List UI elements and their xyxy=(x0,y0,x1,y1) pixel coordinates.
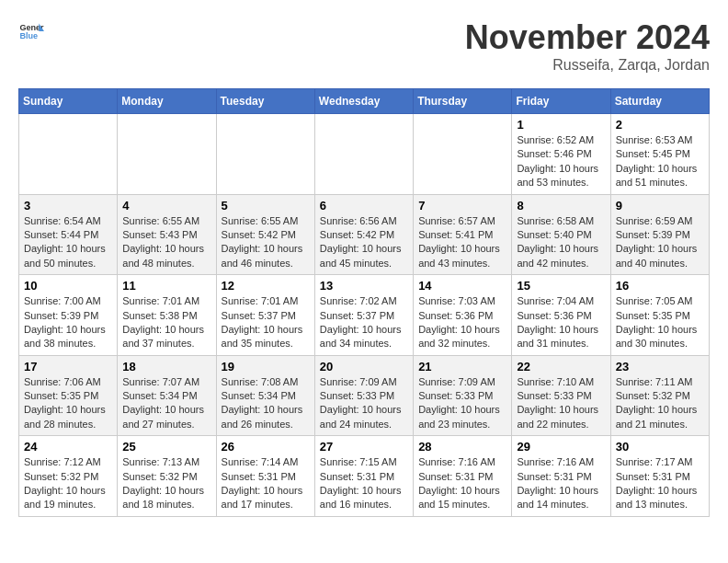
title-area: November 2024 Russeifa, Zarqa, Jordan xyxy=(465,18,710,74)
calendar-row-1: 3Sunrise: 6:54 AM Sunset: 5:44 PM Daylig… xyxy=(19,194,710,275)
day-number: 11 xyxy=(122,279,210,293)
day-number: 14 xyxy=(418,279,506,293)
day-number: 30 xyxy=(616,440,704,454)
day-number: 15 xyxy=(517,279,605,293)
day-number: 23 xyxy=(616,360,704,373)
calendar-cell: 27Sunrise: 7:15 AM Sunset: 5:31 PM Dayli… xyxy=(314,436,413,517)
day-number: 8 xyxy=(517,199,605,213)
calendar-cell: 9Sunrise: 6:59 AM Sunset: 5:39 PM Daylig… xyxy=(610,194,709,275)
day-info: Sunrise: 7:11 AM Sunset: 5:32 PM Dayligh… xyxy=(616,375,704,432)
day-number: 29 xyxy=(517,440,605,454)
day-number: 18 xyxy=(122,360,210,373)
calendar-cell xyxy=(19,114,118,195)
day-number: 28 xyxy=(418,440,506,454)
day-info: Sunrise: 7:02 AM Sunset: 5:37 PM Dayligh… xyxy=(320,294,408,351)
day-info: Sunrise: 7:16 AM Sunset: 5:31 PM Dayligh… xyxy=(517,455,605,512)
calendar-row-2: 10Sunrise: 7:00 AM Sunset: 5:39 PM Dayli… xyxy=(19,275,710,356)
day-info: Sunrise: 7:09 AM Sunset: 5:33 PM Dayligh… xyxy=(418,375,506,432)
calendar-table: SundayMondayTuesdayWednesdayThursdayFrid… xyxy=(18,88,710,517)
calendar-cell xyxy=(216,114,314,195)
day-info: Sunrise: 7:03 AM Sunset: 5:36 PM Dayligh… xyxy=(418,294,506,351)
day-info: Sunrise: 6:57 AM Sunset: 5:41 PM Dayligh… xyxy=(418,214,506,271)
day-info: Sunrise: 7:09 AM Sunset: 5:33 PM Dayligh… xyxy=(320,375,408,432)
day-number: 19 xyxy=(222,360,310,373)
calendar-row-3: 17Sunrise: 7:06 AM Sunset: 5:35 PM Dayli… xyxy=(19,355,710,436)
day-number: 22 xyxy=(517,360,605,373)
day-number: 12 xyxy=(222,279,310,293)
day-number: 5 xyxy=(222,199,310,213)
day-number: 3 xyxy=(24,199,112,213)
day-number: 25 xyxy=(122,440,210,454)
day-number: 27 xyxy=(320,440,408,454)
column-header-thursday: Thursday xyxy=(414,89,512,114)
day-info: Sunrise: 7:08 AM Sunset: 5:34 PM Dayligh… xyxy=(222,375,310,432)
logo: General Blue xyxy=(18,18,44,44)
day-info: Sunrise: 7:04 AM Sunset: 5:36 PM Dayligh… xyxy=(517,294,605,351)
calendar-cell: 14Sunrise: 7:03 AM Sunset: 5:36 PM Dayli… xyxy=(414,275,512,356)
day-number: 2 xyxy=(616,118,704,132)
day-info: Sunrise: 6:55 AM Sunset: 5:43 PM Dayligh… xyxy=(122,214,210,271)
day-number: 24 xyxy=(24,440,112,454)
calendar-cell: 29Sunrise: 7:16 AM Sunset: 5:31 PM Dayli… xyxy=(512,436,610,517)
day-info: Sunrise: 7:15 AM Sunset: 5:31 PM Dayligh… xyxy=(320,455,408,512)
day-info: Sunrise: 6:58 AM Sunset: 5:40 PM Dayligh… xyxy=(517,214,605,271)
column-header-friday: Friday xyxy=(512,89,610,114)
day-info: Sunrise: 7:14 AM Sunset: 5:31 PM Dayligh… xyxy=(222,455,310,512)
header-row: SundayMondayTuesdayWednesdayThursdayFrid… xyxy=(19,89,710,114)
calendar-cell xyxy=(118,114,216,195)
day-info: Sunrise: 7:01 AM Sunset: 5:38 PM Dayligh… xyxy=(122,294,210,351)
calendar-cell xyxy=(314,114,413,195)
column-header-monday: Monday xyxy=(118,89,216,114)
calendar-cell: 12Sunrise: 7:01 AM Sunset: 5:37 PM Dayli… xyxy=(216,275,314,356)
calendar-row-0: 1Sunrise: 6:52 AM Sunset: 5:46 PM Daylig… xyxy=(19,114,710,195)
svg-text:Blue: Blue xyxy=(19,31,38,40)
calendar-cell: 20Sunrise: 7:09 AM Sunset: 5:33 PM Dayli… xyxy=(314,355,413,436)
day-number: 26 xyxy=(222,440,310,454)
day-number: 9 xyxy=(616,199,704,213)
calendar-cell: 2Sunrise: 6:53 AM Sunset: 5:45 PM Daylig… xyxy=(610,114,709,195)
day-number: 13 xyxy=(320,279,408,293)
day-info: Sunrise: 7:12 AM Sunset: 5:32 PM Dayligh… xyxy=(24,455,112,512)
day-info: Sunrise: 7:06 AM Sunset: 5:35 PM Dayligh… xyxy=(24,375,112,432)
calendar-cell: 15Sunrise: 7:04 AM Sunset: 5:36 PM Dayli… xyxy=(512,275,610,356)
day-number: 10 xyxy=(24,279,112,293)
day-number: 21 xyxy=(418,360,506,373)
calendar-cell: 3Sunrise: 6:54 AM Sunset: 5:44 PM Daylig… xyxy=(19,194,118,275)
day-info: Sunrise: 7:10 AM Sunset: 5:33 PM Dayligh… xyxy=(517,375,605,432)
column-header-sunday: Sunday xyxy=(19,89,118,114)
day-info: Sunrise: 6:54 AM Sunset: 5:44 PM Dayligh… xyxy=(24,214,112,271)
calendar-cell: 19Sunrise: 7:08 AM Sunset: 5:34 PM Dayli… xyxy=(216,355,314,436)
calendar-cell: 17Sunrise: 7:06 AM Sunset: 5:35 PM Dayli… xyxy=(19,355,118,436)
calendar-cell: 18Sunrise: 7:07 AM Sunset: 5:34 PM Dayli… xyxy=(118,355,216,436)
calendar-cell xyxy=(414,114,512,195)
column-header-wednesday: Wednesday xyxy=(314,89,413,114)
column-header-tuesday: Tuesday xyxy=(216,89,314,114)
location-title: Russeifa, Zarqa, Jordan xyxy=(465,57,710,74)
calendar-cell: 26Sunrise: 7:14 AM Sunset: 5:31 PM Dayli… xyxy=(216,436,314,517)
logo-icon: General Blue xyxy=(18,18,44,44)
calendar-cell: 28Sunrise: 7:16 AM Sunset: 5:31 PM Dayli… xyxy=(414,436,512,517)
day-number: 4 xyxy=(122,199,210,213)
day-info: Sunrise: 6:52 AM Sunset: 5:46 PM Dayligh… xyxy=(517,133,605,190)
calendar-cell: 21Sunrise: 7:09 AM Sunset: 5:33 PM Dayli… xyxy=(414,355,512,436)
day-number: 6 xyxy=(320,199,408,213)
calendar-cell: 22Sunrise: 7:10 AM Sunset: 5:33 PM Dayli… xyxy=(512,355,610,436)
day-info: Sunrise: 7:00 AM Sunset: 5:39 PM Dayligh… xyxy=(24,294,112,351)
calendar-cell: 5Sunrise: 6:55 AM Sunset: 5:42 PM Daylig… xyxy=(216,194,314,275)
day-info: Sunrise: 7:05 AM Sunset: 5:35 PM Dayligh… xyxy=(616,294,704,351)
day-info: Sunrise: 7:17 AM Sunset: 5:31 PM Dayligh… xyxy=(616,455,704,512)
day-number: 20 xyxy=(320,360,408,373)
day-info: Sunrise: 6:59 AM Sunset: 5:39 PM Dayligh… xyxy=(616,214,704,271)
day-info: Sunrise: 6:56 AM Sunset: 5:42 PM Dayligh… xyxy=(320,214,408,271)
day-info: Sunrise: 7:07 AM Sunset: 5:34 PM Dayligh… xyxy=(122,375,210,432)
day-info: Sunrise: 6:55 AM Sunset: 5:42 PM Dayligh… xyxy=(222,214,310,271)
calendar-cell: 10Sunrise: 7:00 AM Sunset: 5:39 PM Dayli… xyxy=(19,275,118,356)
day-info: Sunrise: 7:01 AM Sunset: 5:37 PM Dayligh… xyxy=(222,294,310,351)
calendar-cell: 8Sunrise: 6:58 AM Sunset: 5:40 PM Daylig… xyxy=(512,194,610,275)
calendar-cell: 7Sunrise: 6:57 AM Sunset: 5:41 PM Daylig… xyxy=(414,194,512,275)
day-info: Sunrise: 7:16 AM Sunset: 5:31 PM Dayligh… xyxy=(418,455,506,512)
day-number: 7 xyxy=(418,199,506,213)
calendar-cell: 11Sunrise: 7:01 AM Sunset: 5:38 PM Dayli… xyxy=(118,275,216,356)
calendar-row-4: 24Sunrise: 7:12 AM Sunset: 5:32 PM Dayli… xyxy=(19,436,710,517)
calendar-cell: 30Sunrise: 7:17 AM Sunset: 5:31 PM Dayli… xyxy=(610,436,709,517)
